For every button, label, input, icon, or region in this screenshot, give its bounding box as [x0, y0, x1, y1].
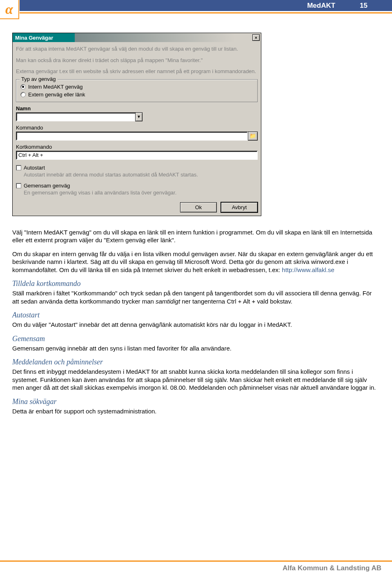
logo: α — [0, 0, 19, 19]
combobox-dropdown-button[interactable]: ▼ — [135, 112, 143, 121]
page-header: MedAKT 15 α — [0, 0, 392, 20]
help-line-2: Man kan också dra ikoner direkt i trädet… — [16, 57, 258, 64]
header-rule — [20, 12, 392, 13]
gemensam-row[interactable]: Gemensam genväg — [16, 183, 258, 189]
kortkommando-input[interactable] — [16, 151, 258, 160]
dialog-title: Mina Genvägar — [13, 33, 75, 42]
radio-extern[interactable] — [20, 92, 26, 97]
logo-letter: α — [5, 2, 13, 17]
kortkommando-label: Kortkommando — [16, 144, 258, 150]
para-2: Om du skapar en intern genväg får du väl… — [12, 250, 380, 274]
gemensam-checkbox[interactable] — [16, 183, 21, 188]
kommando-label: Kommando — [16, 125, 258, 131]
autostart-row[interactable]: Autostart — [16, 165, 258, 171]
header-page-num: 15 — [360, 2, 368, 10]
para-gemensam: Gemensam genväg innebär att den syns i l… — [12, 344, 380, 353]
body-text: Välj "Intern MedAKT genväg" om du vill s… — [12, 228, 380, 415]
radio-intern-label: Intern MedAKT genväg — [28, 84, 82, 90]
autostart-label: Autostart — [24, 165, 45, 171]
para-tilldela: Ställ markören i fältet "Kortkommando" o… — [12, 289, 380, 305]
group-legend: Typ av genväg — [20, 76, 58, 82]
ok-button[interactable]: Ok — [180, 202, 217, 212]
autostart-checkbox[interactable] — [16, 165, 21, 170]
heading-sokvagar: Mina sökvägar — [12, 397, 380, 406]
cancel-button[interactable]: Avbryt — [221, 202, 258, 212]
para-1: Välj "Intern MedAKT genväg" om du vill s… — [12, 228, 380, 244]
titlebar-gradient — [75, 33, 252, 42]
dialog-window: Mina Genvägar × För att skapa interna Me… — [12, 33, 261, 216]
radio-intern-row[interactable]: Intern MedAKT genväg — [20, 84, 253, 90]
help-line-1: För att skapa interna MedAKT genvägar så… — [16, 45, 258, 53]
name-label: Namn — [16, 105, 258, 112]
page-footer: Alfa Kommun & Landsting AB — [0, 560, 392, 576]
para-autostart: Om du väljer "Autostart" innebär det att… — [12, 321, 380, 329]
para-meddelanden: Det finns ett inbyggt meddelandesystem i… — [12, 368, 380, 392]
header-bar: MedAKT 15 — [20, 0, 392, 11]
folder-icon: 📁 — [249, 133, 256, 139]
dialog-body: För att skapa interna MedAKT genvägar så… — [13, 42, 261, 216]
chevron-down-icon: ▼ — [137, 114, 141, 119]
heading-autostart: Autostart — [12, 311, 380, 319]
close-icon: × — [255, 35, 257, 40]
radio-dot-icon — [22, 86, 24, 88]
footer-text: Alfa Kommun & Landsting AB — [0, 562, 392, 572]
example-url: http://www.alfakl.se — [282, 266, 334, 273]
help-line-3: Externa genvägar t.ex till en website så… — [16, 68, 258, 75]
kommando-input[interactable] — [16, 132, 248, 141]
name-combobox[interactable] — [16, 112, 135, 121]
heading-gemensam: Gemensam — [12, 335, 380, 343]
radio-extern-label: Extern genväg eller länk — [28, 92, 85, 98]
dialog-buttons: Ok Avbryt — [16, 196, 258, 212]
close-button[interactable]: × — [252, 34, 260, 41]
autostart-desc: Autostart innebär att denna modul starta… — [24, 172, 258, 178]
heading-tilldela: Tilldela kortkommando — [12, 279, 380, 288]
header-title: MedAKT — [307, 2, 335, 10]
gemensam-label: Gemensam genväg — [24, 183, 70, 189]
radio-intern[interactable] — [20, 84, 26, 89]
help-text: För att skapa interna MedAKT genvägar så… — [16, 45, 258, 75]
browse-button[interactable]: 📁 — [248, 132, 258, 141]
heading-meddelanden: Meddelanden och påminnelser — [12, 358, 380, 366]
gemensam-desc: En gemensam genväg visas i alla användar… — [24, 190, 258, 196]
radio-extern-row[interactable]: Extern genväg eller länk — [20, 92, 253, 98]
dialog-titlebar: Mina Genvägar × — [13, 33, 261, 42]
para-sokvagar: Detta är enbart för support och systemad… — [12, 407, 380, 415]
shortcut-type-group: Typ av genväg Intern MedAKT genväg Exter… — [16, 79, 258, 102]
